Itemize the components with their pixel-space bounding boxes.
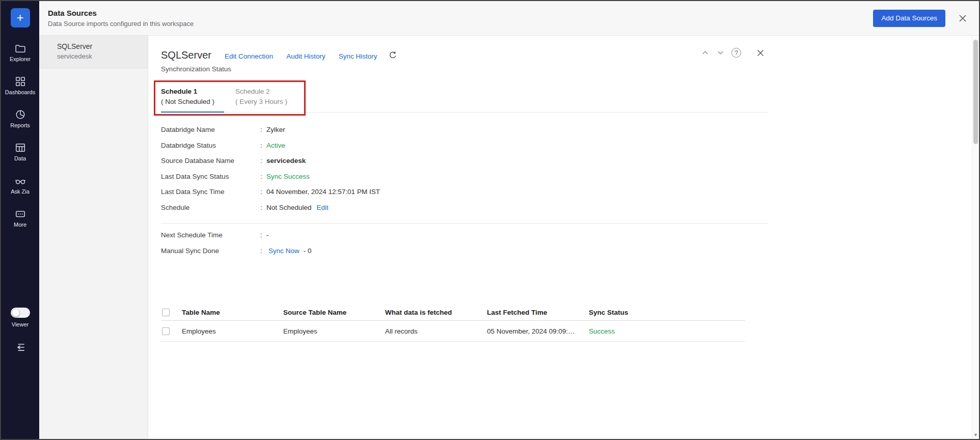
cell-what-fetched: All records — [385, 327, 487, 335]
detail-row-source-database: Source Database Name : servicedesk — [161, 157, 979, 173]
data-source-detail-panel: ? SQLServer Edit Connection Audit Histor… — [148, 36, 979, 439]
table-header-row: Table Name Source Table Name What data i… — [161, 304, 745, 321]
add-data-sources-button[interactable]: Add Data Sources — [873, 10, 945, 27]
toggle-knob — [12, 309, 20, 317]
next-source-button[interactable] — [716, 48, 725, 57]
sidebar-item-dashboards[interactable]: Dashboards — [1, 76, 39, 99]
page-subtitle: Data Source imports configured in this w… — [48, 20, 194, 28]
cell-source-table-name: Employees — [283, 327, 385, 335]
page-header: Data Sources Data Source imports configu… — [39, 1, 979, 36]
detail-label: Last Data Sync Status — [161, 173, 260, 180]
tab-label: Schedule 1 — [161, 87, 224, 97]
detail-title-row: SQLServer Edit Connection Audit History … — [161, 49, 979, 61]
dashboards-grid-icon — [15, 76, 26, 87]
create-new-button[interactable]: + — [11, 8, 30, 28]
select-all-checkbox[interactable] — [162, 309, 170, 316]
viewer-mode-toggle[interactable] — [11, 308, 30, 318]
cell-sync-status: Success — [589, 327, 745, 335]
app-window: + Explorer Dashboards Reports Data Ask Z… — [0, 0, 980, 440]
app-sidebar: + Explorer Dashboards Reports Data Ask Z… — [1, 1, 39, 439]
colon: : — [260, 247, 266, 255]
audit-history-link[interactable]: Audit History — [286, 52, 325, 60]
detail-label: Databridge Status — [161, 142, 260, 149]
status-badge: Active — [266, 142, 285, 149]
column-header: What data is fetched — [385, 309, 487, 316]
chevron-down-icon — [716, 48, 725, 57]
row-checkbox[interactable] — [162, 327, 170, 335]
detail-value: servicedesk — [266, 157, 306, 164]
refresh-icon — [389, 51, 397, 60]
sync-details: Databridge Name : Zylker Databridge Stat… — [161, 126, 979, 219]
colon: : — [260, 204, 266, 211]
detail-value: Zylker — [266, 126, 285, 133]
detail-row-next-schedule: Next Schedule Time : - — [161, 231, 979, 247]
body-row: SQLServer servicedesk ? — [39, 36, 979, 439]
detail-row-databridge-status: Databridge Status : Active — [161, 142, 979, 157]
page-header-text: Data Sources Data Source imports configu… — [48, 9, 194, 28]
close-page-button[interactable] — [958, 13, 968, 23]
content-area: Data Sources Data Source imports configu… — [39, 1, 979, 439]
sidebar-item-label: Data — [14, 155, 26, 161]
tab-schedule-1[interactable]: Schedule 1 ( Not Scheduled ) — [161, 87, 224, 113]
detail-label: Last Data Sync Time — [161, 188, 260, 196]
table-icon — [15, 142, 26, 153]
detail-row-last-sync-time: Last Data Sync Time : 04 November, 2024 … — [161, 188, 979, 204]
sync-details-secondary: Next Schedule Time : - Manual Sync Done … — [161, 231, 979, 262]
sidebar-item-data[interactable]: Data — [1, 142, 39, 165]
help-icon[interactable]: ? — [731, 48, 741, 58]
tab-schedule-2[interactable]: Schedule 2 ( Every 3 Hours ) — [235, 87, 307, 113]
zia-glasses-icon — [15, 175, 26, 186]
edit-schedule-link[interactable]: Edit — [317, 204, 329, 211]
sidebar-item-explorer[interactable]: Explorer — [1, 43, 39, 66]
scrollbar-down-arrow[interactable]: ▼ — [972, 432, 979, 437]
sidebar-item-ask-zia[interactable]: Ask Zia — [1, 175, 39, 198]
sync-now-link[interactable]: Sync Now — [268, 247, 300, 255]
scrollbar-thumb[interactable] — [973, 40, 978, 144]
sidebar-item-label: More — [14, 222, 26, 228]
collapse-sidebar-button[interactable] — [15, 342, 26, 355]
column-header: Source Table Name — [283, 309, 385, 316]
pie-chart-icon — [15, 109, 26, 120]
colon: : — [260, 126, 266, 133]
chevron-up-icon — [701, 48, 710, 57]
detail-label: Next Schedule Time — [161, 231, 260, 239]
column-header: Table Name — [182, 309, 283, 316]
page-title: Data Sources — [48, 9, 194, 17]
close-detail-panel-button[interactable] — [756, 48, 765, 58]
refresh-button[interactable] — [389, 51, 397, 60]
collapse-sidebar-icon — [15, 342, 26, 353]
close-icon — [958, 13, 968, 23]
sync-status-value: Sync Success — [266, 173, 310, 180]
edit-connection-link[interactable]: Edit Connection — [225, 52, 273, 60]
detail-row-databridge-name: Databridge Name : Zylker — [161, 126, 979, 142]
sidebar-item-more[interactable]: More — [1, 208, 39, 231]
sync-history-link[interactable]: Sync History — [339, 52, 377, 60]
detail-value: - 0 — [304, 247, 312, 255]
sidebar-item-label: Reports — [10, 122, 30, 128]
more-ellipsis-icon — [15, 208, 26, 219]
column-header: Sync Status — [589, 309, 745, 316]
detail-value: 04 November, 2024 12:57:01 PM IST — [266, 188, 380, 196]
tab-label: Schedule 2 — [235, 87, 307, 97]
detail-label: Schedule — [161, 204, 260, 211]
viewer-toggle-label: Viewer — [12, 321, 29, 327]
source-title: SQLServer — [161, 49, 211, 61]
detail-row-schedule: Schedule : Not Scheduled Edit — [161, 204, 979, 219]
detail-value: Not Scheduled — [266, 204, 312, 211]
sidebar-item-label: Explorer — [10, 56, 31, 62]
tab-sublabel: ( Every 3 Hours ) — [235, 97, 307, 107]
previous-source-button[interactable] — [701, 48, 710, 57]
colon: : — [260, 231, 266, 239]
detail-label: Manual Sync Done — [161, 247, 260, 255]
cell-last-fetched: 05 November, 2024 09:09:… — [487, 327, 589, 335]
tables-table: Table Name Source Table Name What data i… — [161, 304, 745, 342]
detail-row-manual-sync: Manual Sync Done : Sync Now - 0 — [161, 247, 979, 263]
data-source-database: servicedesk — [57, 52, 142, 60]
sidebar-item-reports[interactable]: Reports — [1, 109, 39, 132]
data-source-list-item[interactable]: SQLServer servicedesk — [39, 36, 148, 68]
data-source-list-panel: SQLServer servicedesk — [39, 36, 148, 439]
table-row[interactable]: Employees Employees All records 05 Novem… — [161, 321, 745, 342]
column-header: Last Fetched Time — [487, 309, 589, 316]
vertical-scrollbar[interactable]: ▼ — [972, 36, 979, 439]
section-title: Synchronization Status — [161, 65, 979, 73]
